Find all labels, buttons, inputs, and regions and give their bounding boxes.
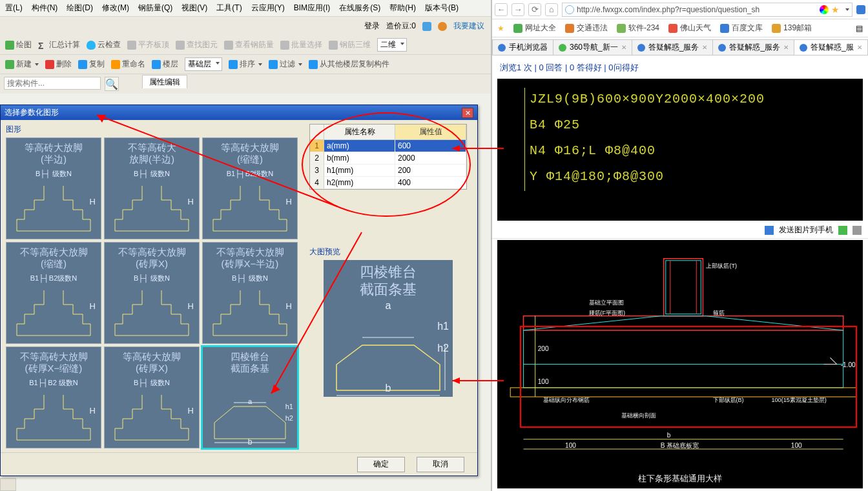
new-btn[interactable]: 新建 bbox=[5, 59, 39, 70]
bookmark-item[interactable]: 交通违法 bbox=[565, 23, 608, 34]
bookmark-item[interactable]: 软件-234 bbox=[617, 23, 659, 34]
shape-card[interactable]: 不等高砖大放脚(缩缝)B1├┤B2级数NH bbox=[6, 242, 101, 344]
browser-tab[interactable]: 360导航_新一✕ bbox=[553, 39, 632, 55]
shape-card[interactable]: 等高砖大放脚(缩缝)B1├┤B2级数NH bbox=[202, 137, 298, 239]
search-button[interactable]: 🔍 bbox=[105, 77, 119, 91]
draw-btn[interactable]: 绘图 bbox=[5, 39, 32, 50]
shape-card[interactable]: 不等高砖大放脚(砖厚X−半边)B├┤ 级数NH bbox=[202, 242, 298, 344]
col-name: 属性名称 bbox=[324, 125, 395, 140]
browser-tab[interactable]: 答疑解惑_服✕ bbox=[794, 39, 868, 55]
shape-card[interactable]: 等高砖大放脚(砖厚X)B├┤ 级数NH bbox=[104, 346, 200, 448]
menu-item[interactable]: 云应用(Y) bbox=[251, 3, 285, 14]
suggest-link[interactable]: 我要建议 bbox=[453, 21, 484, 32]
user-icon[interactable] bbox=[438, 22, 447, 31]
floor-combo[interactable]: 基础层 bbox=[185, 57, 222, 71]
menu-item[interactable]: 帮助(H) bbox=[389, 3, 416, 14]
extension-icon[interactable] bbox=[856, 5, 865, 14]
bottom-tab[interactable] bbox=[0, 478, 16, 491]
flat-btn[interactable]: 平齐板顶 bbox=[127, 39, 169, 50]
sort-btn[interactable]: 排序 bbox=[229, 59, 262, 70]
search-area: 🔍 bbox=[0, 74, 123, 94]
star-icon[interactable]: ★ bbox=[831, 5, 842, 15]
login-link[interactable]: 登录 bbox=[364, 21, 380, 32]
filter-btn[interactable]: 过滤 bbox=[269, 59, 302, 70]
batch-sel-btn[interactable]: 批量选择 bbox=[280, 39, 322, 50]
price-label: 造价豆:0 bbox=[386, 21, 416, 32]
foundation-drawing: -1.00 200 100 上部纵筋(T) 基础立平面图 腰筋(F平面图) 箍筋… bbox=[497, 240, 863, 488]
close-icon[interactable]: ✕ bbox=[783, 44, 789, 51]
floor-btn[interactable]: 楼层 bbox=[152, 59, 178, 70]
rebar-3d-btn[interactable]: 钢筋三维 bbox=[329, 39, 371, 50]
col-value: 属性值 bbox=[395, 125, 466, 140]
close-icon[interactable]: ✕ bbox=[621, 44, 626, 51]
copy-btn[interactable]: 复制 bbox=[78, 59, 105, 70]
delete-btn[interactable]: 删除 bbox=[45, 59, 72, 70]
browser-tab[interactable]: 手机浏览器 bbox=[492, 39, 553, 55]
copy-icon bbox=[78, 60, 87, 69]
find-btn[interactable]: 查找图元 bbox=[176, 39, 218, 50]
save-icon[interactable] bbox=[838, 226, 847, 235]
ok-button[interactable]: 确定 bbox=[357, 457, 405, 472]
menu-item[interactable]: 在线服务(S) bbox=[339, 3, 380, 14]
menu-item[interactable]: 工具(T) bbox=[216, 3, 242, 14]
cloud-check-btn[interactable]: 云检查 bbox=[87, 39, 121, 50]
send-to-phone-button[interactable]: 发送图片到手机 bbox=[779, 225, 833, 235]
url-input[interactable] bbox=[577, 5, 817, 14]
address-bar: ← → ⟳ ⌂ ★ bbox=[492, 0, 868, 19]
browser-tab[interactable]: 答疑解惑_服务✕ bbox=[712, 39, 794, 55]
chevron-down-icon bbox=[216, 62, 220, 65]
bookmark-item[interactable]: 网址大全 bbox=[513, 23, 556, 34]
menu-item[interactable]: 构件(N) bbox=[32, 3, 58, 14]
shape-card[interactable]: 不等高砖大放脚(半边)B├┤ 级数NH bbox=[104, 137, 200, 239]
menu-item[interactable]: 置(L) bbox=[5, 3, 23, 14]
shape-card[interactable]: 不等高砖大放脚(砖厚X−缩缝)B1├┤B2 级数NH bbox=[6, 346, 101, 448]
rename-btn[interactable]: 重命名 bbox=[111, 59, 145, 70]
home-button[interactable]: ⌂ bbox=[545, 3, 558, 16]
shape-card[interactable]: 等高砖大放脚(半边)B├┤ 级数NH bbox=[6, 137, 101, 239]
sum-btn[interactable]: Σ汇总计算 bbox=[38, 39, 80, 50]
bookmark-item[interactable]: 佛山天气 bbox=[668, 23, 711, 34]
menu-item[interactable]: 绘图(D) bbox=[67, 3, 93, 14]
preview-label: 大图预览 bbox=[309, 246, 467, 257]
cancel-button[interactable]: 取消 bbox=[417, 457, 464, 472]
search-icon: 🔍 bbox=[105, 78, 118, 90]
menu-item[interactable]: 钢筋量(Q) bbox=[138, 3, 172, 14]
bookmark-item[interactable]: 139邮箱 bbox=[772, 23, 812, 34]
menu-item[interactable]: 视图(V) bbox=[181, 3, 207, 14]
view-rebar-btn[interactable]: 查看钢筋量 bbox=[224, 39, 274, 50]
dialog-titlebar[interactable]: 选择参数化图形 ✕ bbox=[1, 105, 477, 120]
chevron-down-icon[interactable] bbox=[845, 8, 849, 11]
param-row[interactable]: 2b(mm)2000 bbox=[310, 152, 466, 165]
bookmark-star[interactable]: ★ bbox=[497, 24, 504, 33]
browser-tab[interactable]: 答疑解惑_服务✕ bbox=[632, 39, 714, 55]
view-mode-combo[interactable]: 二维 bbox=[377, 38, 407, 52]
shape-card[interactable]: 四棱锥台截面条基ah1h2b bbox=[202, 346, 298, 448]
shape-card[interactable]: 不等高砖大放脚(砖厚X)B├┤ 级数NH bbox=[104, 242, 200, 344]
param-row[interactable]: 4h2(mm)400 bbox=[310, 177, 466, 189]
param-panel: 属性名称 属性值 1a(mm)6002b(mm)20003h1(mm)2004h… bbox=[304, 120, 472, 452]
menu-item[interactable]: BIM应用(I) bbox=[294, 3, 331, 14]
close-icon[interactable]: ✕ bbox=[702, 44, 707, 51]
menu-item[interactable]: 版本号(B) bbox=[425, 3, 459, 14]
url-box[interactable]: ★ bbox=[562, 3, 852, 17]
flat-icon bbox=[127, 41, 136, 50]
menu-item[interactable]: 修改(M) bbox=[102, 3, 129, 14]
more-icon[interactable] bbox=[852, 226, 862, 235]
bookmark-bar: ★网址大全交通违法软件-234佛山天气百度文库139邮箱▤ bbox=[492, 19, 868, 37]
color-icon[interactable] bbox=[820, 5, 829, 14]
component-search-input[interactable] bbox=[4, 77, 101, 90]
close-icon[interactable]: ✕ bbox=[462, 108, 473, 118]
copy-floor-btn[interactable]: 从其他楼层复制构件 bbox=[309, 59, 389, 70]
back-button[interactable]: ← bbox=[495, 3, 508, 16]
svg-rect-11 bbox=[523, 365, 843, 388]
forward-button[interactable]: → bbox=[512, 3, 524, 16]
prop-edit-tab[interactable]: 属性编辑 bbox=[142, 75, 187, 88]
bookmark-item[interactable]: 百度文库 bbox=[720, 23, 763, 34]
notify-icon[interactable] bbox=[422, 22, 431, 31]
param-row[interactable]: 1a(mm)600 bbox=[310, 140, 466, 152]
bookmark-overflow[interactable]: ▤ bbox=[856, 24, 863, 33]
floor-icon bbox=[152, 60, 161, 69]
close-icon[interactable]: ✕ bbox=[857, 44, 862, 51]
reload-button[interactable]: ⟳ bbox=[528, 3, 541, 16]
param-row[interactable]: 3h1(mm)200 bbox=[310, 165, 466, 177]
